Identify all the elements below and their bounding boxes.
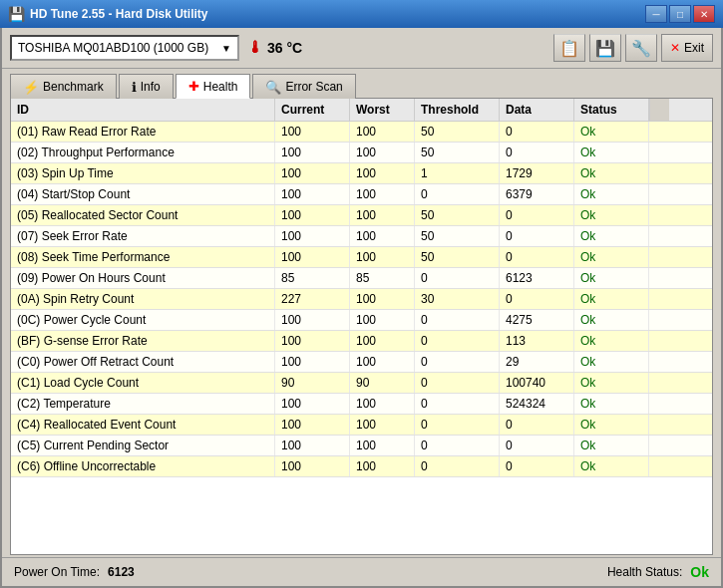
tab-info[interactable]: ℹ Info [119, 74, 174, 99]
table-row[interactable]: (08) Seek Time Performance 100 100 50 0 … [11, 247, 712, 268]
toolbar: TOSHIBA MQ01ABD100 (1000 GB) ▼ 🌡 36 °C 📋… [2, 28, 721, 69]
cell-current: 227 [275, 289, 350, 309]
table-row[interactable]: (0A) Spin Retry Count 227 100 30 0 Ok [11, 289, 712, 310]
content-area: ID Current Worst Threshold Data Status (… [10, 98, 713, 555]
toolbar-right: 📋 💾 🔧 ✕ Exit [553, 34, 713, 62]
cell-worst: 100 [350, 331, 415, 351]
cell-data: 0 [500, 122, 574, 142]
cell-data: 0 [500, 226, 574, 246]
table-row[interactable]: (C1) Load Cycle Count 90 90 0 100740 Ok [11, 373, 712, 394]
temperature-display: 🌡 36 °C [247, 39, 302, 57]
cell-threshold: 0 [415, 268, 500, 288]
cell-worst: 100 [350, 226, 415, 246]
drive-label: TOSHIBA MQ01ABD100 (1000 GB) [18, 41, 208, 55]
power-on-label: Power On Time: [14, 565, 100, 579]
cell-data: 1729 [500, 163, 574, 183]
cell-threshold: 0 [415, 456, 500, 476]
refresh-icon-button[interactable]: 🔧 [625, 34, 657, 62]
cell-worst: 100 [350, 184, 415, 204]
health-status-area: Health Status: Ok [607, 564, 709, 580]
table-row[interactable]: (BF) G-sense Error Rate 100 100 0 113 Ok [11, 331, 712, 352]
table-row[interactable]: (02) Throughput Performance 100 100 50 0… [11, 143, 712, 163]
benchmark-icon: ⚡ [23, 80, 39, 95]
cell-threshold: 30 [415, 289, 500, 309]
cell-id: (02) Throughput Performance [11, 143, 275, 162]
cell-worst: 100 [350, 289, 415, 309]
cell-threshold: 0 [415, 394, 500, 414]
cell-current: 100 [275, 247, 350, 267]
cell-id: (0C) Power Cycle Count [11, 310, 275, 330]
table-row[interactable]: (03) Spin Up Time 100 100 1 1729 Ok [11, 163, 712, 184]
cell-status: Ok [574, 268, 649, 288]
table-row[interactable]: (C2) Temperature 100 100 0 524324 Ok [11, 394, 712, 415]
tab-benchmark[interactable]: ⚡ Benchmark [10, 74, 117, 99]
table-row[interactable]: (C5) Current Pending Sector 100 100 0 0 … [11, 436, 712, 456]
cell-threshold: 50 [415, 122, 500, 142]
cell-status: Ok [574, 394, 649, 414]
copy-icon-button[interactable]: 📋 [553, 34, 585, 62]
cell-current: 100 [275, 310, 350, 330]
cell-threshold: 0 [415, 352, 500, 372]
cell-id: (07) Seek Error Rate [11, 226, 275, 246]
table-body: (01) Raw Read Error Rate 100 100 50 0 Ok… [11, 122, 712, 554]
cell-worst: 100 [350, 415, 415, 435]
cell-worst: 100 [350, 163, 415, 183]
close-button[interactable]: ✕ [693, 5, 715, 23]
cell-id: (04) Start/Stop Count [11, 184, 275, 204]
app-icon: 💾 [8, 6, 24, 22]
cell-current: 100 [275, 436, 350, 455]
cell-id: (01) Raw Read Error Rate [11, 122, 275, 142]
cell-worst: 90 [350, 373, 415, 393]
exit-button[interactable]: ✕ Exit [661, 34, 713, 62]
cell-status: Ok [574, 226, 649, 246]
tab-health[interactable]: ✚ Health [176, 74, 251, 99]
health-icon: ✚ [188, 79, 199, 94]
cell-threshold: 0 [415, 415, 500, 435]
table-row[interactable]: (07) Seek Error Rate 100 100 50 0 Ok [11, 226, 712, 247]
maximize-button[interactable]: □ [669, 5, 691, 23]
table-row[interactable]: (04) Start/Stop Count 100 100 0 6379 Ok [11, 184, 712, 205]
cell-id: (03) Spin Up Time [11, 163, 275, 183]
cell-data: 0 [500, 436, 574, 455]
col-data: Data [500, 99, 574, 121]
cell-status: Ok [574, 310, 649, 330]
table-row[interactable]: (C0) Power Off Retract Count 100 100 0 2… [11, 352, 712, 373]
cell-data: 4275 [500, 310, 574, 330]
window-controls: ─ □ ✕ [645, 5, 715, 23]
cell-threshold: 0 [415, 436, 500, 455]
cell-id: (C2) Temperature [11, 394, 275, 414]
table-row[interactable]: (05) Reallocated Sector Count 100 100 50… [11, 205, 712, 226]
cell-threshold: 0 [415, 373, 500, 393]
cell-data: 100740 [500, 373, 574, 393]
cell-threshold: 50 [415, 247, 500, 267]
table-row[interactable]: (C4) Reallocated Event Count 100 100 0 0… [11, 415, 712, 436]
cell-threshold: 50 [415, 205, 500, 225]
cell-current: 100 [275, 163, 350, 183]
health-value: Ok [690, 564, 709, 580]
minimize-button[interactable]: ─ [645, 5, 667, 23]
cell-worst: 100 [350, 394, 415, 414]
cell-data: 0 [500, 289, 574, 309]
cell-data: 6379 [500, 184, 574, 204]
cell-status: Ok [574, 456, 649, 476]
cell-threshold: 0 [415, 331, 500, 351]
cell-id: (C6) Offline Uncorrectable [11, 456, 275, 476]
cell-status: Ok [574, 373, 649, 393]
tab-error-scan[interactable]: 🔍 Error Scan [252, 74, 355, 99]
cell-status: Ok [574, 184, 649, 204]
cell-threshold: 1 [415, 163, 500, 183]
col-current: Current [275, 99, 350, 121]
tab-health-label: Health [203, 80, 238, 94]
table-row[interactable]: (C6) Offline Uncorrectable 100 100 0 0 O… [11, 456, 712, 477]
cell-status: Ok [574, 352, 649, 372]
table-row[interactable]: (01) Raw Read Error Rate 100 100 50 0 Ok [11, 122, 712, 143]
title-bar: 💾 HD Tune 2.55 - Hard Disk Utility ─ □ ✕ [0, 0, 723, 28]
save-icon-button[interactable]: 💾 [589, 34, 621, 62]
col-id: ID [11, 99, 275, 121]
cell-data: 0 [500, 143, 574, 162]
cell-worst: 100 [350, 456, 415, 476]
table-row[interactable]: (09) Power On Hours Count 85 85 0 6123 O… [11, 268, 712, 289]
table-header: ID Current Worst Threshold Data Status [11, 99, 712, 122]
table-row[interactable]: (0C) Power Cycle Count 100 100 0 4275 Ok [11, 310, 712, 331]
drive-selector[interactable]: TOSHIBA MQ01ABD100 (1000 GB) ▼ [10, 35, 239, 61]
